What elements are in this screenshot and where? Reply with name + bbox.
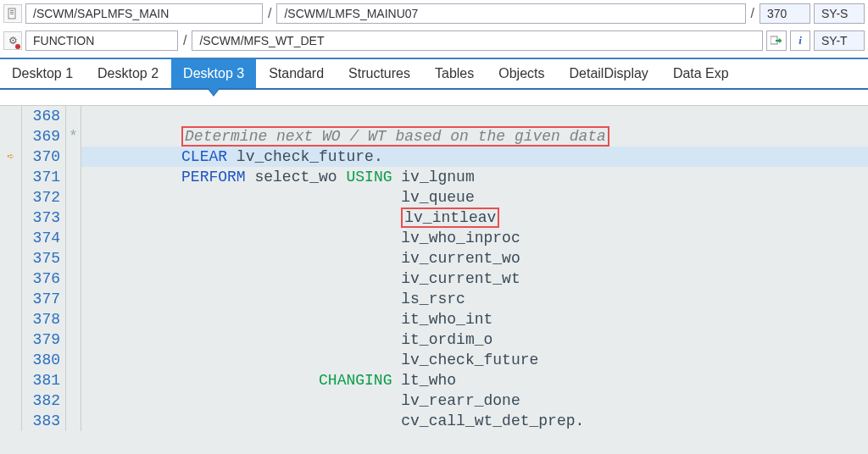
breakpoint-gutter[interactable]: [0, 208, 22, 228]
breakpoint-gutter[interactable]: [0, 370, 22, 390]
separator: /: [266, 6, 273, 21]
code-line[interactable]: ➪370 CLEAR lv_check_future.: [0, 147, 868, 167]
program-path-field[interactable]: /SCWM/SAPLMFS_MAIN: [25, 3, 263, 24]
breakpoint-gutter[interactable]: [0, 126, 22, 147]
code-text[interactable]: [81, 106, 868, 126]
line-number: 379: [22, 329, 66, 350]
tab-tables[interactable]: Tables: [422, 59, 486, 88]
breakpoint-gutter[interactable]: [0, 269, 22, 289]
marker-gutter: [66, 106, 81, 126]
code-text[interactable]: CLEAR lv_check_future.: [81, 147, 868, 167]
code-line[interactable]: 383 cv_call_wt_det_prep.: [0, 411, 868, 431]
code-text[interactable]: lv_intleav: [81, 208, 868, 228]
sy-field-2[interactable]: SY-T: [814, 30, 865, 51]
marker-gutter: [66, 147, 81, 167]
toolbar-object: ⚙ FUNCTION / /SCWM/MFS_WT_DET i SY-T: [0, 27, 868, 54]
line-number: 373: [22, 208, 66, 228]
breakpoint-gutter[interactable]: [0, 309, 22, 329]
code-line[interactable]: 375 iv_current_wo: [0, 248, 868, 269]
goto-icon[interactable]: [766, 30, 787, 51]
line-number: 369: [22, 126, 66, 147]
marker-gutter: [66, 390, 81, 411]
line-number-field[interactable]: 370: [760, 3, 810, 24]
tab-structures[interactable]: Structures: [336, 59, 422, 88]
code-text[interactable]: it_who_int: [81, 309, 868, 329]
include-path-field[interactable]: /SCWM/LMFS_MAINU07: [276, 3, 745, 24]
breakpoint-gutter[interactable]: [0, 390, 22, 411]
marker-gutter: *: [66, 126, 81, 147]
code-line[interactable]: 368: [0, 106, 868, 126]
breakpoint-gutter[interactable]: [0, 329, 22, 350]
tab-standard[interactable]: Standard: [256, 59, 336, 88]
tab-data-exp[interactable]: Data Exp: [660, 59, 741, 88]
code-line[interactable]: 373 lv_intleav: [0, 208, 868, 228]
breakpoint-gutter[interactable]: [0, 411, 22, 431]
info-icon[interactable]: i: [790, 30, 810, 51]
marker-gutter: [66, 289, 81, 309]
breakpoint-gutter[interactable]: [0, 106, 22, 126]
marker-gutter: [66, 228, 81, 248]
code-text[interactable]: Determine next WO / WT based on the give…: [81, 126, 868, 147]
svg-rect-3: [10, 14, 14, 14]
code-text[interactable]: PERFORM select_wo USING iv_lgnum: [81, 167, 868, 187]
marker-gutter: [66, 350, 81, 370]
code-line[interactable]: 372 lv_queue: [0, 187, 868, 208]
line-number: 376: [22, 269, 66, 289]
line-number: 374: [22, 228, 66, 248]
marker-gutter: [66, 370, 81, 390]
code-text[interactable]: lv_rearr_done: [81, 390, 868, 411]
abap-editor: 368369* Determine next WO / WT based on …: [0, 105, 868, 454]
code-text[interactable]: lv_who_inproc: [81, 228, 868, 248]
tab-desktop-2[interactable]: Desktop 2: [85, 59, 170, 88]
code-text[interactable]: cv_call_wt_det_prep.: [81, 411, 868, 431]
breakpoint-gutter[interactable]: [0, 228, 22, 248]
marker-gutter: [66, 329, 81, 350]
code-text[interactable]: CHANGING lt_who: [81, 370, 868, 390]
breakpoint-gutter[interactable]: [0, 248, 22, 269]
code-line[interactable]: 376 iv_current_wt: [0, 269, 868, 289]
line-number: 380: [22, 350, 66, 370]
line-number: 381: [22, 370, 66, 390]
code-line[interactable]: 380 lv_check_future: [0, 350, 868, 370]
line-number: 370: [22, 147, 66, 167]
sy-field-1[interactable]: SY-S: [814, 3, 865, 24]
breakpoint-gutter[interactable]: ➪: [0, 147, 22, 167]
breakpoint-gutter[interactable]: [0, 187, 22, 208]
code-line[interactable]: 371 PERFORM select_wo USING iv_lgnum: [0, 167, 868, 187]
code-line[interactable]: 379 it_ordim_o: [0, 329, 868, 350]
marker-gutter: [66, 187, 81, 208]
code-text[interactable]: ls_rsrc: [81, 289, 868, 309]
marker-gutter: [66, 309, 81, 329]
code-text[interactable]: it_ordim_o: [81, 329, 868, 350]
tab-desktop-1[interactable]: Desktop 1: [0, 59, 85, 88]
code-text[interactable]: iv_current_wo: [81, 248, 868, 269]
tab-desktop-3[interactable]: Desktop 3: [170, 59, 256, 88]
marker-gutter: [66, 248, 81, 269]
separator: /: [181, 33, 188, 48]
desktop-tabstrip: Desktop 1Desktop 2Desktop 3StandardStruc…: [0, 58, 868, 90]
code-line[interactable]: 378 it_who_int: [0, 309, 868, 329]
breakpoint-gutter[interactable]: [0, 167, 22, 187]
tab-objects[interactable]: Objects: [486, 59, 556, 88]
code-area[interactable]: 368369* Determine next WO / WT based on …: [0, 106, 868, 454]
object-name-field[interactable]: /SCWM/MFS_WT_DET: [192, 30, 763, 51]
marker-gutter: [66, 167, 81, 187]
code-text[interactable]: lv_check_future: [81, 350, 868, 370]
code-line[interactable]: 369* Determine next WO / WT based on the…: [0, 126, 868, 147]
code-text[interactable]: lv_queue: [81, 187, 868, 208]
code-text[interactable]: iv_current_wt: [81, 269, 868, 289]
document-icon[interactable]: [3, 4, 22, 23]
line-number: 372: [22, 187, 66, 208]
marker-gutter: [66, 208, 81, 228]
tab-detaildisplay[interactable]: DetailDisplay: [557, 59, 660, 88]
gear-icon[interactable]: ⚙: [3, 31, 22, 50]
code-line[interactable]: 377 ls_rsrc: [0, 289, 868, 309]
code-line[interactable]: 381 CHANGING lt_who: [0, 370, 868, 390]
code-line[interactable]: 382 lv_rearr_done: [0, 390, 868, 411]
code-line[interactable]: 374 lv_who_inproc: [0, 228, 868, 248]
breakpoint-gutter[interactable]: [0, 289, 22, 309]
object-type-field[interactable]: FUNCTION: [25, 30, 178, 51]
breakpoint-gutter[interactable]: [0, 350, 22, 370]
svg-rect-2: [10, 12, 14, 13]
current-line-arrow-icon: ➪: [7, 147, 14, 167]
